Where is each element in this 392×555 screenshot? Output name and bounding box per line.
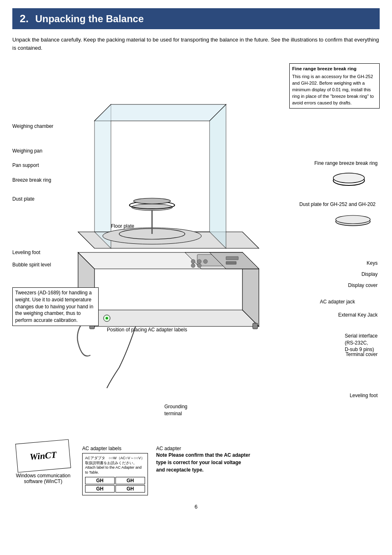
page-number: 6 [12,504,380,510]
external-key-jack-label: External Key Jack [338,312,378,319]
svg-marker-14 [210,104,226,248]
svg-point-33 [336,215,370,224]
ac-adapter-jack-label: AC adapter jack [320,298,355,305]
ac-adapter-note: AC adapter Note Please confirm that the … [156,446,251,474]
gh-cell-2: GH [115,477,145,484]
svg-point-20 [131,204,173,210]
dust-plate-illustration [332,211,374,228]
svg-marker-13 [95,104,111,248]
dust-plate-label: Dust plate [12,196,35,203]
winct-text: WinCT [29,449,57,462]
svg-point-7 [191,259,195,264]
weighing-pan-label: Weighing pan [12,148,42,155]
gh-cell-3: GH [85,485,115,493]
fine-range-label: Fine range breeze break ring [314,160,378,167]
gh-cell-4: GH [115,485,145,493]
svg-rect-24 [253,323,258,329]
gh-grid: GH GH GH GH [85,477,145,493]
balance-illustration [53,72,267,392]
floor-plate-label: Floor plate [111,223,134,230]
breeze-break-ring-label: Breeze break ring [12,177,51,184]
ac-adapter-note-bold: Note Please confirm that the AC adapter … [156,451,251,474]
leveling-foot-right-label: Leveling foot [350,392,378,399]
gh-cell-1: GH [85,477,115,484]
svg-point-8 [197,259,201,264]
section-number: 2. [20,12,29,25]
ac-adapter-labels-box: ACアダプタ ○○W（AC○V～○○V）取扱説明書をお読みください。Attach… [82,453,148,495]
svg-point-9 [203,259,208,264]
diagram-area: Fine range breeze break ring This ring i… [12,59,380,437]
winct-box-illustration: WinCT [15,439,71,472]
keys-label: Keys [367,260,378,267]
fine-range-box-title: Fine range breeze break ring [292,65,377,72]
fine-range-box-body: This ring is an accessory for the GH-252… [292,74,377,106]
position-placing-label: Position of placing AC adapter labels [107,326,187,333]
section-header: 2. Unpacking the Balance [12,8,380,29]
intro-text: Unpack the balance carefully. Keep the p… [12,36,380,52]
svg-point-22 [134,198,171,204]
fine-range-box: Fine range breeze break ring This ring i… [289,63,380,109]
bubble-spirit-level-label: Bubble spirit level [12,261,51,268]
display-cover-label: Display cover [348,282,378,289]
tweezers-box: Tweezers (AD-1689) for handling a weight… [12,287,99,326]
section-title: Unpacking the Balance [35,13,144,25]
svg-point-31 [333,173,364,183]
display-label: Display [362,271,378,278]
leveling-foot-left-label: Leveling foot [12,249,40,256]
ac-adapter-labels-text: AC adapter labels [82,446,121,451]
ac-adapter-labels-section: AC adapter labels ACアダプタ ○○W（AC○V～○○V）取扱… [82,446,148,495]
ac-labels-top-text: ACアダプタ ○○W（AC○V～○○V）取扱説明書をお読みください。Attach… [85,456,145,475]
svg-point-26 [106,317,108,319]
winct-section: WinCT Windows communication software (Wi… [12,442,74,484]
svg-marker-15 [95,104,226,121]
serial-interface-label: Serial interface(RS-232C,D-sub 9 pins) [345,326,378,353]
weighing-chamber-label: Weighing chamber [12,123,53,130]
svg-point-11 [197,264,201,268]
svg-point-10 [191,264,195,268]
bottom-section: WinCT Windows communication software (Wi… [12,442,380,495]
dust-plate-gh-label: Dust plate for GH-252 and GH-202 [300,201,376,208]
ac-adapter-note-title: AC adapter [156,446,251,451]
pan-support-label: Pan support [12,162,39,169]
terminal-cover-label: Terminal cover [346,351,378,358]
svg-rect-28 [226,257,238,260]
windows-comm-label: Windows communication software (WinCT) [12,473,74,484]
fine-range-ring-illustration [330,168,367,191]
svg-rect-29 [226,261,236,264]
grounding-terminal-label: Grounding terminal [164,396,187,417]
